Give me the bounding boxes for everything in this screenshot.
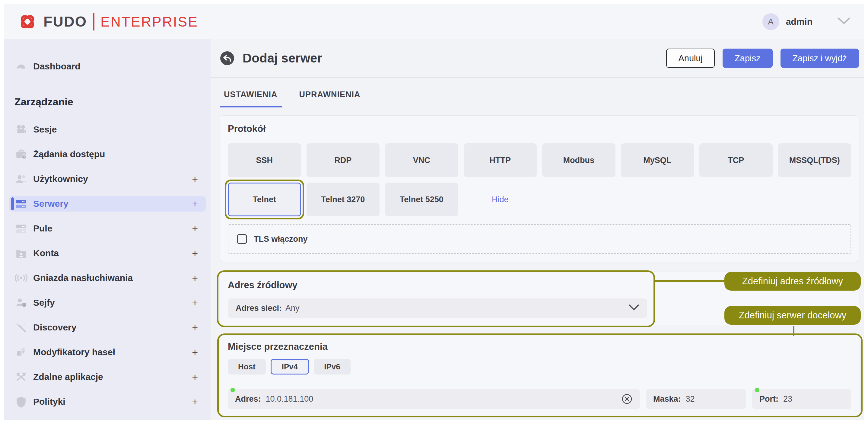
sidebar-item-label: Sesje xyxy=(33,124,57,134)
protocol-button-telnet-5250[interactable]: Telnet 5250 xyxy=(385,183,458,216)
protocol-button-modbus[interactable]: Modbus xyxy=(542,143,616,177)
shield-icon xyxy=(14,395,28,408)
protocol-button-tcp[interactable]: TCP xyxy=(699,143,773,177)
back-button[interactable] xyxy=(220,51,235,66)
modified-indicator-dot xyxy=(755,388,760,392)
account-folder-icon xyxy=(14,247,28,260)
protocol-button-mysql[interactable]: MySQL xyxy=(621,143,694,177)
servers-icon xyxy=(14,197,28,210)
brand-divider xyxy=(93,13,94,30)
expand-plus-icon[interactable]: + xyxy=(192,371,198,383)
sidebar-item-label: Pule xyxy=(33,223,52,234)
sidebar-item-modyfikatory[interactable]: Modyfikatory haseł + xyxy=(9,344,206,360)
expand-plus-icon[interactable]: + xyxy=(192,198,198,210)
expand-plus-icon[interactable]: + xyxy=(192,297,198,309)
sidebar-item-label: Sejfy xyxy=(33,298,55,308)
page-header: Dodaj serwer Anuluj Zapisz Zapisz i wyjd… xyxy=(211,39,864,78)
broadcast-icon xyxy=(14,271,28,284)
sidebar-item-label: Polityki xyxy=(33,397,65,407)
sidebar-item-label: Zdalne aplikacje xyxy=(33,372,103,382)
mode-button-host[interactable]: Host xyxy=(228,359,266,374)
sidebar-item-discovery[interactable]: Discovery + xyxy=(9,320,206,335)
protocol-heading: Protokół xyxy=(228,123,851,134)
safe-user-icon xyxy=(14,296,28,309)
network-address-dropdown[interactable]: Adres sieci: Any xyxy=(228,299,647,318)
sidebar-item-sesje[interactable]: Sesje xyxy=(9,122,206,137)
network-address-label: Adres sieci: xyxy=(236,304,282,313)
protocol-button-rdp[interactable]: RDP xyxy=(307,143,380,177)
sidebar-item-label: Gniazda nasłuchiwania xyxy=(33,273,133,283)
mode-button-ipv4[interactable]: IPv4 xyxy=(271,359,309,374)
source-address-card: Adres źródłowy Adres sieci: Any Zdefiniu… xyxy=(220,272,859,326)
sidebar-item-label: Użytkownicy xyxy=(33,174,88,184)
tls-checkbox[interactable] xyxy=(237,234,247,244)
avatar: A xyxy=(763,13,779,30)
network-address-value: Any xyxy=(285,304,300,313)
tab-uprawnienia[interactable]: UPRAWNIENIA xyxy=(295,87,365,108)
cancel-button[interactable]: Anuluj xyxy=(666,49,715,68)
port-value: 23 xyxy=(783,394,792,404)
tab-bar: USTAWIENIA UPRAWNIENIA xyxy=(220,87,864,108)
protocol-button-telnet-3270[interactable]: Telnet 3270 xyxy=(307,183,380,216)
tab-ustawienia[interactable]: USTAWIENIA xyxy=(220,87,282,108)
sidebar-item-pule[interactable]: Pule + xyxy=(9,221,206,236)
sidebar-item-zadania-dostepu[interactable]: Żądania dostępu xyxy=(9,146,206,162)
sidebar-item-sejfy[interactable]: Sejfy + xyxy=(9,295,206,310)
expand-plus-icon[interactable]: + xyxy=(192,173,198,185)
port-field[interactable]: Port: 23 xyxy=(752,389,851,409)
define-destination-server-button[interactable]: Zdefiniuj serwer docelowy xyxy=(724,306,861,325)
mask-label: Maska: xyxy=(653,394,681,404)
username: admin xyxy=(786,17,812,27)
user-menu[interactable]: A admin xyxy=(763,13,850,30)
sidebar-item-konta[interactable]: Konta + xyxy=(9,245,206,261)
sidebar-item-zdalne-aplikacje[interactable]: Zdalne aplikacje + xyxy=(9,369,206,385)
sidebar-item-serwery[interactable]: Serwery + xyxy=(9,196,206,212)
crossed-arrows-icon xyxy=(14,370,28,384)
sidebar-item-label: Modyfikatory haseł xyxy=(33,347,115,357)
sidebar-item-label: Konta xyxy=(33,248,59,258)
destination-mode-row: Host IPv4 IPv6 xyxy=(228,359,851,374)
expand-plus-icon[interactable]: + xyxy=(192,346,198,358)
save-and-exit-button[interactable]: Zapisz i wyjdź xyxy=(780,49,859,68)
chevron-down-icon xyxy=(628,304,639,312)
dashboard-icon xyxy=(14,60,28,73)
mask-value: 32 xyxy=(686,394,695,404)
address-field[interactable]: Adres: 10.0.181.100 xyxy=(228,389,640,409)
brand-name: FUDO xyxy=(43,13,87,30)
protocol-button-mssql[interactable]: MSSQL(TDS) xyxy=(778,143,851,177)
expand-plus-icon[interactable]: + xyxy=(192,247,198,259)
hide-link[interactable]: Hide xyxy=(464,183,537,216)
app-window: FUDO ENTERPRISE A admin Dashboard Zarząd… xyxy=(4,4,864,420)
protocol-grid: SSH RDP VNC HTTP Modbus MySQL TCP MSSQL(… xyxy=(228,143,851,216)
expand-plus-icon[interactable]: + xyxy=(192,322,198,333)
expand-plus-icon[interactable]: + xyxy=(192,396,198,408)
destination-fields: Adres: 10.0.181.100 Maska: 32 Port: 23 xyxy=(228,389,851,409)
protocol-button-vnc[interactable]: VNC xyxy=(385,143,458,177)
protocol-button-ssh[interactable]: SSH xyxy=(228,143,301,177)
modified-indicator-dot xyxy=(230,388,235,392)
destination-divider xyxy=(228,382,851,382)
puzzle-icon xyxy=(14,345,28,359)
clear-address-icon[interactable] xyxy=(621,393,633,405)
sidebar-item-gniazda[interactable]: Gniazda nasłuchiwania + xyxy=(9,270,206,286)
sidebar-section-title: Zarządzanie xyxy=(14,96,206,108)
mask-field[interactable]: Maska: 32 xyxy=(646,389,746,409)
sidebar: Dashboard Zarządzanie Sesje Żądania dost… xyxy=(4,39,211,420)
camera-icon xyxy=(14,123,28,136)
protocol-button-http[interactable]: HTTP xyxy=(464,143,537,177)
topbar: FUDO ENTERPRISE A admin xyxy=(4,4,864,39)
save-button[interactable]: Zapisz xyxy=(722,49,772,68)
expand-plus-icon[interactable]: + xyxy=(192,272,198,284)
define-source-address-button[interactable]: Zdefiniuj adres źródłowy xyxy=(724,272,861,291)
pools-icon xyxy=(14,222,28,235)
mode-button-ipv6[interactable]: IPv6 xyxy=(314,359,350,374)
protocol-button-telnet[interactable]: Telnet xyxy=(228,183,301,216)
sidebar-item-uzytkownicy[interactable]: Użytkownicy + xyxy=(9,171,206,187)
address-value: 10.0.181.100 xyxy=(266,394,313,404)
chevron-down-icon[interactable] xyxy=(837,17,850,26)
brand-logo: FUDO ENTERPRISE xyxy=(18,12,198,32)
expand-plus-icon[interactable]: + xyxy=(192,223,198,235)
sidebar-item-polityki[interactable]: Polityki + xyxy=(9,394,206,410)
sidebar-item-dashboard[interactable]: Dashboard xyxy=(9,59,206,74)
address-label: Adres: xyxy=(235,394,261,404)
